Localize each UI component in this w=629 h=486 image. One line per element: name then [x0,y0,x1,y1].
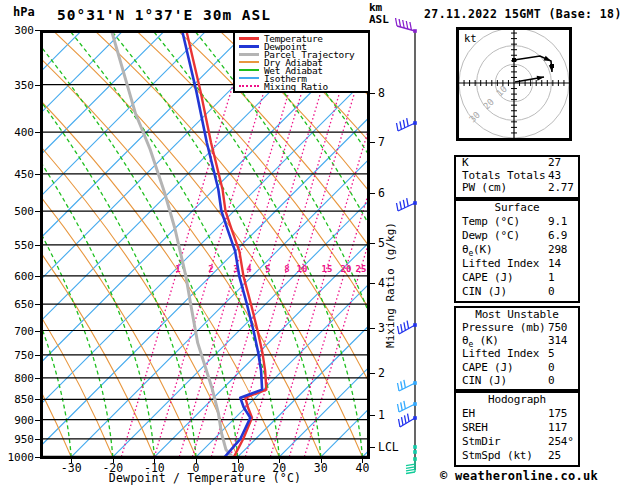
wind-barb [399,414,417,427]
pressure-tick-label: 650 [0,298,34,311]
altitude-tick-label: 6 [378,186,385,200]
indices-row-value: 9.1 [548,215,567,229]
indices-row: CAPE (J)0 [456,361,578,374]
indices-row-value: 0 [548,285,554,299]
legend-item: Mixing Ratio [239,82,368,90]
pressure-tick-mark [35,378,40,379]
indices-row: CAPE (J)1 [456,271,578,285]
pressure-tick-label: 900 [0,414,34,427]
wind-barb [398,321,417,334]
skewt-plot: 12345810152025 [40,30,370,459]
indices-row: Pressure (mb)750 [456,321,578,334]
indices-row: CIN (J)0 [456,285,578,299]
pressure-tick-mark [35,245,40,246]
pressure-tick-mark [35,30,40,31]
series-dewpoint [182,30,262,457]
legend-swatch-dotted [239,85,259,87]
mixing-ratio-label: 20 [341,264,352,274]
hodograph: kt102030 [456,27,572,141]
legend-swatch-thin [239,77,259,79]
station-title: 50°31'N 1°37'E 30m ASL [57,7,271,23]
pressure-tick-label: 300 [0,24,34,37]
wind-barb-column [395,18,439,480]
pressure-tick-label: 850 [0,393,34,406]
mixing-ratio-label: 1 [175,264,180,274]
altitude-tick-label: 7 [378,135,385,149]
indices-row-value: 25 [548,449,561,463]
wind-barb [396,18,417,33]
mixing-ratio-label: 5 [265,264,270,274]
copyright-credit: © weatheronline.co.uk [440,469,598,483]
indices-row: θe(K)298 [456,243,578,257]
mixing-ratio-label: 8 [284,264,289,274]
indices-row-value: 750 [548,321,567,334]
mixing-ratio-label: 4 [246,264,252,274]
hodograph-ring-label: 10 [494,84,509,99]
datetime-label: 27.11.2022 15GMT (Base: 18) [424,7,622,21]
pressure-tick-mark [35,132,40,133]
altitude-tick-mark [369,93,375,94]
indices-row-label: K [462,157,468,170]
indices-row-value: 254° [548,435,574,449]
indices-row-value: 5 [548,347,554,360]
altitude-tick-mark [369,193,375,194]
altitude-unit-asl: ASL [369,14,389,26]
indices-row: K27 [456,157,578,170]
indices-box: Most UnstablePressure (mb)750θe (K)314Li… [454,306,580,391]
wind-barb [398,401,417,412]
indices-row-label: Lifted Index [462,257,539,271]
indices-box-title: Most Unstable [456,308,578,321]
legend-swatch-thin [239,69,259,71]
pressure-tick-mark [35,355,40,356]
indices-row: StmDir254° [456,435,578,449]
indices-row-label: Temp (°C) [462,215,520,229]
indices-row-label: CAPE (J) [462,361,513,374]
indices-row: Lifted Index14 [456,257,578,271]
chart-legend: TemperatureDewpointParcel TrajectoryDry … [233,31,370,93]
pressure-tick-label: 500 [0,205,34,218]
altitude-tick-label: 1 [378,408,385,422]
pressure-tick-mark [35,331,40,332]
pressure-tick-mark [35,439,40,440]
indices-row-value: 298 [548,243,567,257]
wind-barb [397,198,417,211]
hodograph-unit-label: kt [464,32,477,44]
field-lines: 12345810152025 [40,30,370,457]
wind-barb [413,450,417,454]
skewt-canvas: 12345810152025 [40,30,370,459]
pressure-axis-unit: hPa [13,5,35,19]
indices-row: Dewp (°C)6.9 [456,229,578,243]
pressure-tick-mark [35,457,40,458]
indices-row-label: Lifted Index [462,347,539,360]
pressure-tick-label: 400 [0,126,34,139]
indices-row: θe (K)314 [456,334,578,347]
indices-row-value: 6.9 [548,229,567,243]
pressure-tick-label: 450 [0,168,34,181]
indices-row: EH175 [456,407,578,421]
legend-swatch-thin [239,61,259,63]
altitude-tick-mark [369,447,375,448]
pressure-tick-mark [35,211,40,212]
pressure-tick-label: 950 [0,433,34,446]
wind-barb [397,118,417,131]
pressure-tick-mark [35,85,40,86]
pressure-tick-label: 350 [0,79,34,92]
legend-swatch-thick [239,53,259,56]
altitude-tick-mark [369,328,375,329]
altitude-tick-mark [369,142,375,143]
wind-barb [406,457,417,473]
indices-row-value: 14 [548,257,561,271]
altitude-tick-label: 8 [378,86,385,100]
indices-box: HodographEH175SREH117StmDir254°StmSpd (k… [454,391,580,467]
legend-swatch-thick [239,45,259,48]
altitude-tick-mark [369,283,375,284]
indices-row: PW (cm)2.77 [456,182,578,195]
indices-row-value: 27 [548,157,561,170]
indices-row-value: 314 [548,334,567,347]
legend-swatch-thick [239,37,259,40]
altitude-tick-label: 2 [378,366,385,380]
pressure-tick-label: 1000 [0,451,34,464]
mixing-ratio-label: 25 [356,264,367,274]
indices-row: Lifted Index5 [456,347,578,360]
hodograph-ring-label: 20 [481,97,496,112]
